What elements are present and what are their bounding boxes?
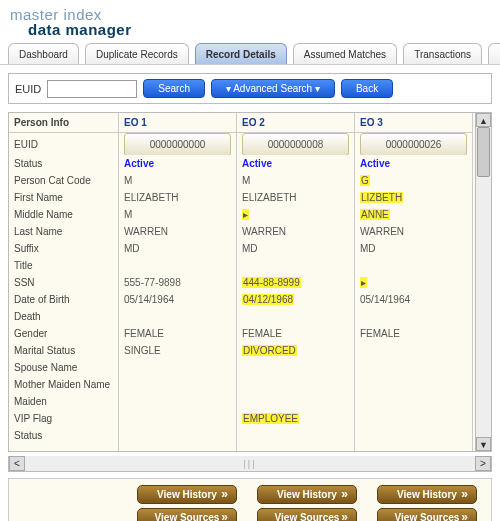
euid-chip[interactable]: 0000000008 <box>242 133 349 155</box>
cell-last: WARREN <box>355 223 472 240</box>
back-button[interactable]: Back <box>341 79 393 98</box>
view-sources-button-3[interactable]: View Sources <box>377 508 477 521</box>
search-button[interactable]: Search <box>143 79 205 98</box>
cell-middle: M <box>119 206 236 223</box>
cell-title <box>119 257 236 274</box>
cell-status2 <box>119 427 236 444</box>
app-header: master index data manager <box>0 0 500 42</box>
advanced-search-button[interactable]: Advanced Search <box>211 79 335 98</box>
tab-dashboard[interactable]: Dashboard <box>8 43 79 65</box>
cell-gender: FEMALE <box>237 325 354 342</box>
label-first: First Name <box>9 189 118 206</box>
scroll-up-arrow[interactable]: ▲ <box>476 113 491 127</box>
view-sources-button-1[interactable]: View Sources <box>137 508 237 521</box>
cell-first: ELIZABETH <box>237 189 354 206</box>
label-spouse: Spouse Name <box>9 359 118 376</box>
label-middle: Middle Name <box>9 206 118 223</box>
footer-button-bar: View History View Sources View History V… <box>8 478 492 521</box>
label-ssn: SSN <box>9 274 118 291</box>
cell-first: ELIZABETH <box>119 189 236 206</box>
labels-header: Person Info <box>9 113 118 133</box>
cell-mmn <box>237 376 354 393</box>
cell-maiden <box>355 393 472 410</box>
scroll-right-arrow[interactable]: > <box>475 456 491 471</box>
column-header: EO 1 <box>119 113 236 133</box>
vertical-scrollbar[interactable]: ▲ ▼ <box>475 113 491 451</box>
column-header: EO 3 <box>355 113 472 133</box>
cell-vip <box>119 410 236 427</box>
horizontal-scrollbar[interactable]: < ||| > <box>8 456 492 472</box>
label-dob: Date of Birth <box>9 291 118 308</box>
brand-line2: data manager <box>28 21 490 38</box>
cell-suffix: MD <box>355 240 472 257</box>
cell-title <box>237 257 354 274</box>
euid-cell: 0000000026 <box>355 133 472 155</box>
label-gender: Gender <box>9 325 118 342</box>
cell-death <box>119 308 236 325</box>
euid-cell: 0000000008 <box>237 133 354 155</box>
cell-marital: SINGLE <box>119 342 236 359</box>
scroll-down-arrow[interactable]: ▼ <box>476 437 491 451</box>
cell-spouse <box>119 359 236 376</box>
cell-last: WARREN <box>237 223 354 240</box>
label-title: Title <box>9 257 118 274</box>
view-sources-button-2[interactable]: View Sources <box>257 508 357 521</box>
label-status2: Status <box>9 427 118 444</box>
label-marital: Marital Status <box>9 342 118 359</box>
cell-maiden <box>237 393 354 410</box>
cell-marital: DIVORCED <box>237 342 354 359</box>
cell-cat: G <box>355 172 472 189</box>
scroll-track-grip: ||| <box>243 459 256 469</box>
cell-status2 <box>355 427 472 444</box>
cell-cat: M <box>237 172 354 189</box>
data-column-2: EO 30000000026ActiveGLIZBETHANNEWARRENMD… <box>355 113 473 451</box>
cell-status: Active <box>119 155 236 172</box>
tab-duplicate-records[interactable]: Duplicate Records <box>85 43 189 65</box>
cell-ssn: 555-77-9898 <box>119 274 236 291</box>
cell-vip: EMPLOYEE <box>237 410 354 427</box>
cell-dob: 04/12/1968 <box>237 291 354 308</box>
euid-cell: 0000000000 <box>119 133 236 155</box>
cell-spouse <box>237 359 354 376</box>
scroll-left-arrow[interactable]: < <box>9 456 25 471</box>
cell-suffix: MD <box>237 240 354 257</box>
cell-status: Active <box>237 155 354 172</box>
data-columns: EO 10000000000ActiveMELIZABETHMWARRENMD5… <box>119 113 475 451</box>
label-status: Status <box>9 155 118 172</box>
cell-status: Active <box>355 155 472 172</box>
cell-maiden <box>119 393 236 410</box>
cell-ssn: ▸ <box>355 274 472 291</box>
tab-assumed-matches[interactable]: Assumed Matches <box>293 43 397 65</box>
search-bar: EUID Search Advanced Search Back <box>8 73 492 104</box>
euid-chip[interactable]: 0000000026 <box>360 133 467 155</box>
cell-status2 <box>237 427 354 444</box>
data-column-0: EO 10000000000ActiveMELIZABETHMWARRENMD5… <box>119 113 237 451</box>
cell-death <box>237 308 354 325</box>
tab-record-details[interactable]: Record Details <box>195 43 287 65</box>
cell-cat: M <box>119 172 236 189</box>
cell-spouse <box>355 359 472 376</box>
tab-reports[interactable]: Reports <box>488 43 500 65</box>
view-history-button-3[interactable]: View History <box>377 485 477 504</box>
cell-middle: ▸ <box>237 206 354 223</box>
euid-chip[interactable]: 0000000000 <box>124 133 231 155</box>
cell-death <box>355 308 472 325</box>
scroll-thumb[interactable] <box>477 127 490 177</box>
cell-vip <box>355 410 472 427</box>
column-header: EO 2 <box>237 113 354 133</box>
cell-first: LIZBETH <box>355 189 472 206</box>
label-mmn: Mother Maiden Name <box>9 376 118 393</box>
cell-mmn <box>355 376 472 393</box>
cell-dob: 05/14/1964 <box>355 291 472 308</box>
main-tabs: Dashboard Duplicate Records Record Detai… <box>0 42 500 65</box>
cell-gender: FEMALE <box>355 325 472 342</box>
tab-transactions[interactable]: Transactions <box>403 43 482 65</box>
view-history-button-2[interactable]: View History <box>257 485 357 504</box>
label-vip: VIP Flag <box>9 410 118 427</box>
label-last: Last Name <box>9 223 118 240</box>
cell-marital <box>355 342 472 359</box>
view-history-button-1[interactable]: View History <box>137 485 237 504</box>
euid-input[interactable] <box>47 80 137 98</box>
cell-suffix: MD <box>119 240 236 257</box>
label-maiden: Maiden <box>9 393 118 410</box>
